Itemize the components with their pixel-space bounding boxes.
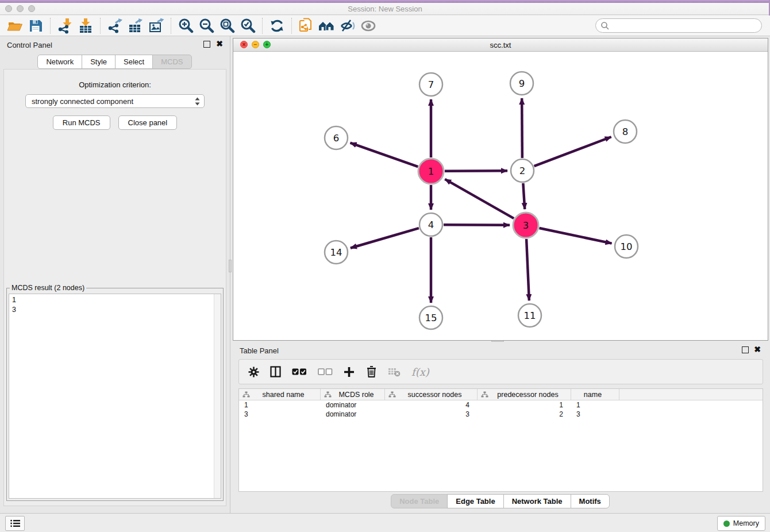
graph-edge-3-11[interactable] <box>526 239 529 300</box>
import-table-icon[interactable] <box>75 17 96 34</box>
function-builder-icon[interactable]: f(x) <box>411 366 429 378</box>
new-network-from-selection-icon[interactable] <box>296 17 317 34</box>
graph-node-11[interactable]: 11 <box>518 304 541 327</box>
column-header-MCDS-role[interactable]: MCDS role <box>321 389 385 400</box>
export-table-icon[interactable] <box>125 17 146 34</box>
table-cell[interactable]: 2 <box>478 410 571 419</box>
column-type-icon <box>324 391 332 398</box>
task-history-button[interactable] <box>5 516 25 531</box>
tab-edge-table[interactable]: Edge Table <box>447 494 503 508</box>
table-cell[interactable]: 3 <box>385 410 478 419</box>
optimization-criterion-select[interactable]: strongly connected component <box>25 94 205 108</box>
window-titlebar: Session: New Session <box>0 0 770 15</box>
graph-node-4[interactable]: 4 <box>419 213 442 236</box>
zoom-fit-icon[interactable] <box>217 17 237 34</box>
create-column-plus-icon[interactable] <box>344 367 355 377</box>
search-icon <box>600 21 610 30</box>
result-scrollbar[interactable] <box>214 294 221 498</box>
memory-button[interactable]: Memory <box>717 516 765 531</box>
table-cell[interactable]: 1 <box>571 400 619 410</box>
search-input[interactable] <box>612 20 761 32</box>
mcds-result-title: MCDS result (2 nodes) <box>10 284 86 292</box>
graph-node-8[interactable]: 8 <box>614 120 637 143</box>
zoom-selected-icon[interactable] <box>237 17 258 34</box>
select-stepper-icon <box>195 97 200 106</box>
mcds-result-text-area[interactable]: 13 <box>9 294 221 499</box>
close-table-panel-icon[interactable]: ✖ <box>754 345 761 353</box>
toolbar-separator <box>50 18 51 34</box>
table-cell[interactable]: 1 <box>239 400 321 410</box>
birds-eye-view-icon[interactable] <box>358 17 379 34</box>
vertical-split-handle[interactable] <box>229 260 232 272</box>
table-cell[interactable]: 4 <box>385 400 478 410</box>
graph-edge-3-1[interactable] <box>445 179 514 218</box>
graph-node-15[interactable]: 15 <box>419 306 442 329</box>
close-panel-button[interactable]: Close panel <box>118 115 178 130</box>
float-table-panel-icon[interactable] <box>742 346 749 353</box>
float-panel-icon[interactable] <box>203 41 210 48</box>
export-image-icon[interactable] <box>146 17 167 34</box>
network-graph-canvas[interactable]: 7968124314101511 <box>233 51 768 340</box>
hide-graphics-details-icon[interactable] <box>337 17 358 34</box>
table-cell[interactable]: 3 <box>239 410 321 419</box>
graph-edge-1-6[interactable] <box>351 143 418 167</box>
graph-edge-1-2[interactable] <box>445 171 507 171</box>
table-cell[interactable]: 1 <box>478 400 571 410</box>
toolbar-separator <box>262 18 263 34</box>
graph-edge-2-9[interactable] <box>522 98 522 158</box>
network-window-titlebar[interactable]: × − + scc.txt <box>233 38 768 52</box>
tab-mcds[interactable]: MCDS <box>152 55 191 69</box>
first-neighbors-icon[interactable] <box>317 17 337 34</box>
search-box[interactable] <box>595 18 762 33</box>
select-all-icon[interactable] <box>292 367 307 376</box>
tab-node-table[interactable]: Node Table <box>391 494 448 508</box>
tab-style[interactable]: Style <box>82 55 116 69</box>
graph-node-9[interactable]: 9 <box>510 72 533 95</box>
tab-motifs[interactable]: Motifs <box>571 494 610 508</box>
toolbar-separator <box>291 18 292 34</box>
deselect-all-icon[interactable] <box>318 367 333 376</box>
graph-node-14[interactable]: 14 <box>325 241 348 264</box>
delete-table-icon[interactable] <box>388 367 401 377</box>
show-columns-icon[interactable] <box>270 366 281 377</box>
table-cell[interactable]: 3 <box>571 410 619 419</box>
delete-column-trash-icon[interactable] <box>365 365 377 378</box>
node-table[interactable]: shared nameMCDS rolesuccessor nodesprede… <box>238 388 763 492</box>
graph-edge-2-8[interactable] <box>534 137 611 166</box>
graph-edge-3-10[interactable] <box>539 228 611 244</box>
tab-network[interactable]: Network <box>37 55 82 69</box>
network-view-window: × − + scc.txt 7968124314101511 <box>233 38 768 341</box>
graph-node-7[interactable]: 7 <box>419 73 442 96</box>
graph-node-10[interactable]: 10 <box>615 235 638 258</box>
table-cell[interactable]: dominator <box>321 410 385 419</box>
graph-edge-4-14[interactable] <box>351 228 419 248</box>
toolbar-separator <box>100 18 101 34</box>
export-network-icon[interactable] <box>105 17 125 34</box>
table-row[interactable]: 1dominator411 <box>239 400 763 410</box>
column-header-predecessor-nodes[interactable]: predecessor nodes <box>478 389 571 400</box>
column-header-name[interactable]: name <box>571 389 619 400</box>
tab-select[interactable]: Select <box>115 55 153 69</box>
table-toolbar: f(x) <box>238 359 763 384</box>
column-header-shared-name[interactable]: shared name <box>239 389 321 400</box>
tab-network-table[interactable]: Network Table <box>503 494 571 508</box>
control-panel: Control Panel ✖ NetworkStyleSelectMCDS O… <box>0 36 230 513</box>
graph-node-6[interactable]: 6 <box>325 126 348 149</box>
run-mcds-button[interactable]: Run MCDS <box>53 115 110 130</box>
zoom-out-icon[interactable] <box>196 17 217 34</box>
graph-node-2[interactable]: 2 <box>511 159 534 182</box>
save-session-icon[interactable] <box>25 17 46 34</box>
import-network-icon[interactable] <box>55 17 75 34</box>
graph-node-3[interactable]: 3 <box>513 213 538 238</box>
table-row[interactable]: 3dominator323 <box>239 410 763 419</box>
close-panel-icon[interactable]: ✖ <box>216 40 223 48</box>
graph-edge-2-3[interactable] <box>523 183 525 209</box>
apply-layout-icon[interactable] <box>267 17 287 34</box>
zoom-in-icon[interactable] <box>175 17 196 34</box>
open-session-icon[interactable] <box>5 17 25 34</box>
graph-edge-4-3[interactable] <box>444 225 510 225</box>
column-header-successor-nodes[interactable]: successor nodes <box>385 389 478 400</box>
table-cell[interactable]: dominator <box>321 400 385 410</box>
graph-node-1[interactable]: 1 <box>418 159 444 184</box>
table-settings-gear-icon[interactable] <box>248 367 259 377</box>
